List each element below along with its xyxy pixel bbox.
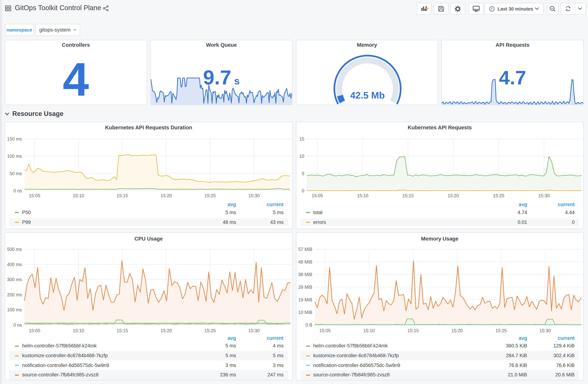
svg-text:15:10: 15:10 bbox=[357, 193, 368, 198]
svg-text:29 MiB: 29 MiB bbox=[298, 284, 312, 289]
svg-text:15:05: 15:05 bbox=[312, 193, 323, 198]
svg-text:15:20: 15:20 bbox=[161, 193, 172, 198]
svg-text:15:15: 15:15 bbox=[402, 193, 414, 198]
svg-text:15: 15 bbox=[299, 136, 304, 141]
svg-text:0: 0 bbox=[302, 188, 304, 193]
svg-text:15:05: 15:05 bbox=[29, 193, 41, 198]
svg-text:42.5 Mb: 42.5 Mb bbox=[350, 90, 385, 101]
svg-text:15:25: 15:25 bbox=[205, 328, 216, 333]
svg-text:15:15: 15:15 bbox=[117, 193, 128, 198]
svg-text:15:20: 15:20 bbox=[447, 193, 459, 198]
svg-text:57 MiB: 57 MiB bbox=[298, 247, 312, 252]
svg-text:15:30: 15:30 bbox=[248, 328, 260, 333]
svg-text:15:20: 15:20 bbox=[451, 328, 463, 333]
svg-text:10: 10 bbox=[299, 154, 304, 159]
svg-text:300 ms: 300 ms bbox=[7, 277, 22, 282]
svg-text:200 ms: 200 ms bbox=[7, 292, 22, 297]
svg-text:10 MiB: 10 MiB bbox=[298, 310, 312, 315]
svg-text:50 ms: 50 ms bbox=[10, 171, 22, 176]
svg-text:400 ms: 400 ms bbox=[7, 262, 22, 267]
svg-text:0 B: 0 B bbox=[305, 322, 312, 327]
svg-text:38 MiB: 38 MiB bbox=[298, 272, 312, 277]
svg-text:15:30: 15:30 bbox=[248, 193, 260, 198]
svg-text:100 ms: 100 ms bbox=[7, 154, 22, 159]
svg-text:48 MiB: 48 MiB bbox=[298, 259, 312, 264]
svg-text:15:30: 15:30 bbox=[539, 328, 551, 333]
svg-text:15:10: 15:10 bbox=[363, 328, 375, 333]
svg-text:5: 5 bbox=[302, 171, 304, 176]
svg-text:15:15: 15:15 bbox=[407, 328, 419, 333]
svg-text:500 ms: 500 ms bbox=[7, 247, 22, 252]
svg-text:15:10: 15:10 bbox=[73, 328, 84, 333]
svg-text:15:25: 15:25 bbox=[493, 193, 504, 198]
svg-text:150 ms: 150 ms bbox=[7, 136, 22, 141]
svg-text:100 ms: 100 ms bbox=[7, 307, 22, 312]
svg-text:15:25: 15:25 bbox=[205, 193, 216, 198]
svg-text:19 MiB: 19 MiB bbox=[298, 297, 312, 302]
svg-text:0 ns: 0 ns bbox=[13, 322, 22, 327]
svg-text:15:10: 15:10 bbox=[73, 193, 84, 198]
svg-text:15:25: 15:25 bbox=[495, 328, 507, 333]
svg-text:15:15: 15:15 bbox=[117, 328, 128, 333]
svg-text:15:30: 15:30 bbox=[538, 193, 550, 198]
svg-text:15:05: 15:05 bbox=[29, 328, 41, 333]
svg-text:15:05: 15:05 bbox=[319, 328, 331, 333]
svg-text:15:20: 15:20 bbox=[161, 328, 172, 333]
svg-text:0 ns: 0 ns bbox=[13, 188, 22, 193]
